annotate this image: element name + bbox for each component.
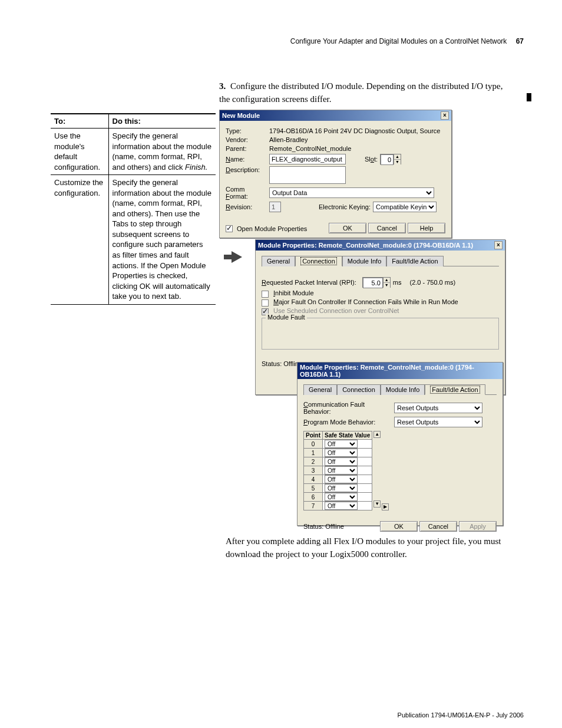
close-icon[interactable]: × [441,111,449,120]
cancel-button[interactable]: Cancel [419,521,457,532]
dialog-title: New Module [222,112,260,119]
tab-fault-idle[interactable]: Fault/Idle Action [425,384,485,395]
rpi-label: Requested Packet Interval (RPI): [262,279,356,286]
header-title: Configure Your Adapter and Digital Modul… [290,37,507,45]
table-row: Customize the configuration. Specify the… [51,175,216,305]
step-text: Configure the distributed I/O module. De… [219,81,503,104]
table-row: 3Off [304,466,372,475]
ekeying-label: Electronic Keying: [319,203,371,210]
status-label: Status: Offline [262,360,302,367]
tab-connection[interactable]: Connection [337,384,381,395]
chevron-up-icon[interactable]: ▲ [384,278,390,283]
commformat-select[interactable]: Output Data [269,187,434,198]
parent-value: Remote_ControlNet_module [269,145,351,152]
table-row: 6Off [304,493,372,502]
close-icon[interactable]: × [494,241,503,249]
vendor-value: Allen-Bradley [269,136,308,143]
ssv-header: Safe State Value [323,431,372,440]
pmb-select[interactable]: Reset Outputs [394,417,482,427]
table-row: 7Off [304,502,372,510]
name-input[interactable] [269,154,346,164]
cell-to: Customize the configuration. [51,175,108,305]
tab-fault-idle[interactable]: Fault/Idle Action [386,256,443,266]
chevron-down-icon[interactable]: ▼ [384,283,390,288]
tab-general[interactable]: General [303,384,337,395]
th-do: Do this: [108,114,216,129]
rpi-input[interactable] [363,278,383,288]
table-row: 2Off [304,457,372,466]
ssv-select[interactable]: Off [325,484,358,492]
ssv-select[interactable]: Off [325,466,358,475]
module-fault-group: Module Fault [262,318,499,350]
ssv-select[interactable]: Off [325,440,358,448]
module-properties-faultidle-dialog: Module Properties: Remote_ControlNet_mod… [297,362,503,526]
scroll-right-icon[interactable]: ▶ [382,503,389,510]
tab-module-info[interactable]: Module Info [381,384,425,395]
module-fault-legend: Module Fault [266,314,307,321]
parent-label: Parent: [226,145,267,152]
ekeying-select[interactable]: Compatible Keying [373,202,437,212]
dialog-title: Module Properties: Remote_ControlNet_mod… [300,364,500,378]
ok-button[interactable]: OK [329,223,366,233]
revision-input [269,202,281,212]
ssv-select[interactable]: Off [325,475,358,483]
vendor-label: Vendor: [226,136,267,143]
description-label: Description: [226,166,267,173]
inhibit-label: Inhibit Module [273,289,314,297]
dialog-titlebar[interactable]: New Module × [220,110,451,121]
dialog-title: Module Properties: Remote_ControlNet_mod… [258,242,473,249]
table-row: 5Off [304,484,372,493]
checkbox-icon[interactable] [226,225,233,232]
tab-bar: General Connection Module Info Fault/Idl… [262,255,499,266]
name-label: Name: [226,156,267,163]
status-label: Status: Offline [303,523,344,530]
tab-module-info[interactable]: Module Info [342,256,386,266]
majorfault-checkbox[interactable] [262,299,269,307]
scroll-down-icon[interactable]: ▼ [373,500,381,508]
chevron-down-icon[interactable]: ▼ [394,160,401,164]
rpi-spinner[interactable]: ▲▼ [362,277,391,288]
ssv-select[interactable]: Off [325,493,358,501]
ssv-select[interactable]: Off [325,449,358,457]
apply-button: Apply [459,521,497,532]
tab-bar: General Connection Module Info Fault/Idl… [303,384,497,395]
pmb-label: Program Mode Behavior: [303,419,392,426]
type-label: Type: [226,127,267,134]
ok-button[interactable]: OK [380,521,418,532]
table-row: 4Off [304,475,372,484]
dialog-titlebar[interactable]: Module Properties: Remote_ControlNet_mod… [256,240,505,251]
cfb-label: Communication Fault Behavior: [303,401,392,415]
instruction-table: To: Do this: Use the module's default co… [51,113,216,305]
chevron-up-icon[interactable]: ▲ [394,154,401,160]
slot-spinner[interactable]: ▲▼ [380,154,401,164]
page-number: 67 [516,37,524,45]
open-module-properties-checkbox[interactable]: Open Module Properties [226,224,307,232]
step-3: 3. Configure the distributed I/O module.… [219,80,508,106]
step-number: 3. [219,81,226,91]
cfb-select[interactable]: Reset Outputs [394,403,482,413]
table-row: 1Off [304,449,372,457]
rpi-range: (2.0 - 750.0 ms) [409,279,455,286]
tab-general[interactable]: General [262,256,295,266]
ssv-select[interactable]: Off [325,502,358,510]
ssv-select[interactable]: Off [325,457,358,466]
new-module-dialog: New Module × Type: 1794-OB16D/A 16 Point… [219,110,452,238]
after-text: After you complete adding all Flex I/O m… [226,535,508,561]
cancel-button[interactable]: Cancel [368,223,406,233]
type-value: 1794-OB16D/A 16 Point 24V DC Diagnostic … [269,127,440,134]
table-row: Use the module's default configuration. … [51,129,216,175]
cell-do: Specify the general information about th… [108,175,216,305]
help-button[interactable]: Help [408,223,445,233]
dialog-titlebar[interactable]: Module Properties: Remote_ControlNet_mod… [297,363,503,379]
slot-input[interactable] [381,154,394,165]
slot-label: Slot: [365,156,378,163]
point-header: Point [304,431,323,440]
th-to: To: [51,114,108,129]
description-input[interactable] [269,166,346,184]
page-header: Configure Your Adapter and Digital Modul… [290,37,524,45]
commformat-label: Comm Format: [226,186,267,200]
scroll-up-icon[interactable]: ▲ [373,431,381,438]
tab-connection[interactable]: Connection [295,256,342,266]
publication-footer: Publication 1794-UM061A-EN-P - July 2006 [398,711,524,719]
inhibit-checkbox[interactable] [262,291,269,298]
